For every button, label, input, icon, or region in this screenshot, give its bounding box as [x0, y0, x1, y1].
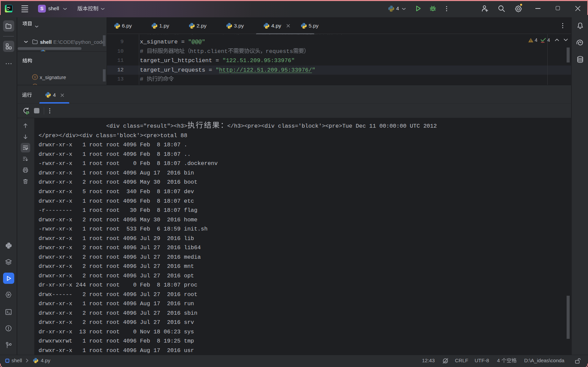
svg-text:V: V — [34, 75, 36, 79]
svg-text:PC: PC — [7, 6, 11, 9]
